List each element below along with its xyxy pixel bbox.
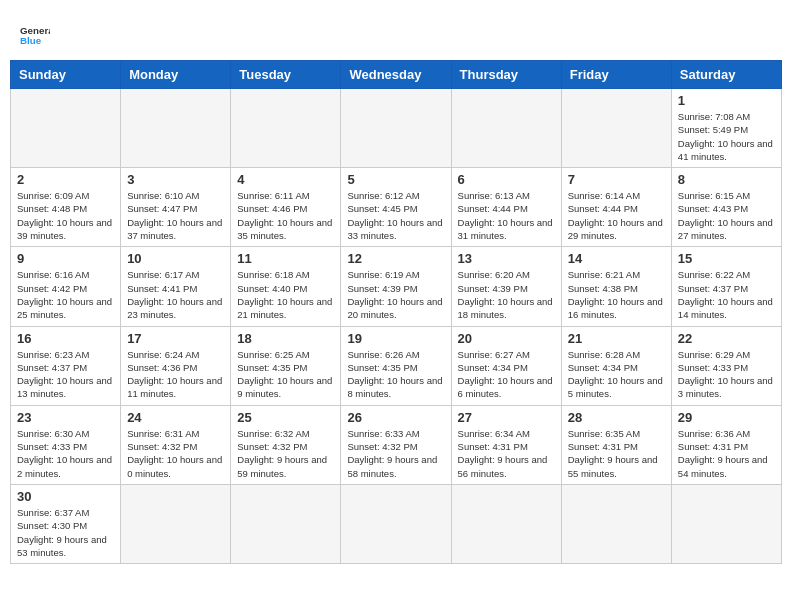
weekday-header-tuesday: Tuesday xyxy=(231,61,341,89)
svg-text:Blue: Blue xyxy=(20,35,42,46)
calendar-cell: 20Sunrise: 6:27 AMSunset: 4:34 PMDayligh… xyxy=(451,326,561,405)
day-info: Sunrise: 6:14 AMSunset: 4:44 PMDaylight:… xyxy=(568,189,665,242)
day-info: Sunrise: 6:21 AMSunset: 4:38 PMDaylight:… xyxy=(568,268,665,321)
day-number: 19 xyxy=(347,331,444,346)
calendar-cell: 5Sunrise: 6:12 AMSunset: 4:45 PMDaylight… xyxy=(341,168,451,247)
calendar-cell: 17Sunrise: 6:24 AMSunset: 4:36 PMDayligh… xyxy=(121,326,231,405)
day-number: 16 xyxy=(17,331,114,346)
day-number: 5 xyxy=(347,172,444,187)
weekday-header-monday: Monday xyxy=(121,61,231,89)
day-number: 10 xyxy=(127,251,224,266)
day-info: Sunrise: 6:27 AMSunset: 4:34 PMDaylight:… xyxy=(458,348,555,401)
day-info: Sunrise: 6:24 AMSunset: 4:36 PMDaylight:… xyxy=(127,348,224,401)
day-info: Sunrise: 6:20 AMSunset: 4:39 PMDaylight:… xyxy=(458,268,555,321)
week-row-3: 9Sunrise: 6:16 AMSunset: 4:42 PMDaylight… xyxy=(11,247,782,326)
day-number: 2 xyxy=(17,172,114,187)
day-info: Sunrise: 6:15 AMSunset: 4:43 PMDaylight:… xyxy=(678,189,775,242)
calendar-cell: 3Sunrise: 6:10 AMSunset: 4:47 PMDaylight… xyxy=(121,168,231,247)
week-row-5: 23Sunrise: 6:30 AMSunset: 4:33 PMDayligh… xyxy=(11,405,782,484)
calendar-cell: 22Sunrise: 6:29 AMSunset: 4:33 PMDayligh… xyxy=(671,326,781,405)
day-number: 24 xyxy=(127,410,224,425)
calendar-cell: 7Sunrise: 6:14 AMSunset: 4:44 PMDaylight… xyxy=(561,168,671,247)
calendar-cell xyxy=(121,484,231,563)
day-info: Sunrise: 6:28 AMSunset: 4:34 PMDaylight:… xyxy=(568,348,665,401)
calendar-cell xyxy=(231,484,341,563)
day-info: Sunrise: 6:31 AMSunset: 4:32 PMDaylight:… xyxy=(127,427,224,480)
day-info: Sunrise: 6:36 AMSunset: 4:31 PMDaylight:… xyxy=(678,427,775,480)
day-number: 13 xyxy=(458,251,555,266)
day-number: 11 xyxy=(237,251,334,266)
day-number: 4 xyxy=(237,172,334,187)
day-number: 21 xyxy=(568,331,665,346)
calendar: SundayMondayTuesdayWednesdayThursdayFrid… xyxy=(10,60,782,564)
day-info: Sunrise: 6:09 AMSunset: 4:48 PMDaylight:… xyxy=(17,189,114,242)
calendar-cell xyxy=(11,89,121,168)
day-info: Sunrise: 6:25 AMSunset: 4:35 PMDaylight:… xyxy=(237,348,334,401)
weekday-header-thursday: Thursday xyxy=(451,61,561,89)
calendar-cell xyxy=(451,484,561,563)
day-info: Sunrise: 6:30 AMSunset: 4:33 PMDaylight:… xyxy=(17,427,114,480)
weekday-header-row: SundayMondayTuesdayWednesdayThursdayFrid… xyxy=(11,61,782,89)
calendar-cell: 21Sunrise: 6:28 AMSunset: 4:34 PMDayligh… xyxy=(561,326,671,405)
day-number: 8 xyxy=(678,172,775,187)
calendar-cell: 11Sunrise: 6:18 AMSunset: 4:40 PMDayligh… xyxy=(231,247,341,326)
calendar-cell: 26Sunrise: 6:33 AMSunset: 4:32 PMDayligh… xyxy=(341,405,451,484)
day-info: Sunrise: 6:33 AMSunset: 4:32 PMDaylight:… xyxy=(347,427,444,480)
day-info: Sunrise: 6:37 AMSunset: 4:30 PMDaylight:… xyxy=(17,506,114,559)
calendar-cell: 13Sunrise: 6:20 AMSunset: 4:39 PMDayligh… xyxy=(451,247,561,326)
calendar-cell xyxy=(451,89,561,168)
day-info: Sunrise: 6:18 AMSunset: 4:40 PMDaylight:… xyxy=(237,268,334,321)
day-number: 3 xyxy=(127,172,224,187)
generalblue-logo-icon: General Blue xyxy=(20,20,50,50)
day-info: Sunrise: 6:13 AMSunset: 4:44 PMDaylight:… xyxy=(458,189,555,242)
calendar-cell: 19Sunrise: 6:26 AMSunset: 4:35 PMDayligh… xyxy=(341,326,451,405)
day-number: 9 xyxy=(17,251,114,266)
calendar-cell: 27Sunrise: 6:34 AMSunset: 4:31 PMDayligh… xyxy=(451,405,561,484)
day-info: Sunrise: 6:32 AMSunset: 4:32 PMDaylight:… xyxy=(237,427,334,480)
svg-text:General: General xyxy=(20,25,50,36)
day-info: Sunrise: 6:10 AMSunset: 4:47 PMDaylight:… xyxy=(127,189,224,242)
day-number: 1 xyxy=(678,93,775,108)
calendar-cell: 16Sunrise: 6:23 AMSunset: 4:37 PMDayligh… xyxy=(11,326,121,405)
calendar-cell xyxy=(561,484,671,563)
day-number: 22 xyxy=(678,331,775,346)
calendar-cell xyxy=(671,484,781,563)
day-info: Sunrise: 6:34 AMSunset: 4:31 PMDaylight:… xyxy=(458,427,555,480)
day-number: 25 xyxy=(237,410,334,425)
day-number: 14 xyxy=(568,251,665,266)
day-number: 29 xyxy=(678,410,775,425)
logo: General Blue xyxy=(20,20,60,50)
day-number: 15 xyxy=(678,251,775,266)
day-info: Sunrise: 6:19 AMSunset: 4:39 PMDaylight:… xyxy=(347,268,444,321)
weekday-header-wednesday: Wednesday xyxy=(341,61,451,89)
day-number: 23 xyxy=(17,410,114,425)
calendar-cell: 25Sunrise: 6:32 AMSunset: 4:32 PMDayligh… xyxy=(231,405,341,484)
calendar-cell: 9Sunrise: 6:16 AMSunset: 4:42 PMDaylight… xyxy=(11,247,121,326)
calendar-cell xyxy=(561,89,671,168)
calendar-cell: 28Sunrise: 6:35 AMSunset: 4:31 PMDayligh… xyxy=(561,405,671,484)
day-info: Sunrise: 6:29 AMSunset: 4:33 PMDaylight:… xyxy=(678,348,775,401)
calendar-cell: 15Sunrise: 6:22 AMSunset: 4:37 PMDayligh… xyxy=(671,247,781,326)
weekday-header-sunday: Sunday xyxy=(11,61,121,89)
day-info: Sunrise: 6:11 AMSunset: 4:46 PMDaylight:… xyxy=(237,189,334,242)
calendar-cell xyxy=(231,89,341,168)
day-number: 17 xyxy=(127,331,224,346)
week-row-2: 2Sunrise: 6:09 AMSunset: 4:48 PMDaylight… xyxy=(11,168,782,247)
calendar-cell: 30Sunrise: 6:37 AMSunset: 4:30 PMDayligh… xyxy=(11,484,121,563)
day-info: Sunrise: 6:16 AMSunset: 4:42 PMDaylight:… xyxy=(17,268,114,321)
calendar-cell: 8Sunrise: 6:15 AMSunset: 4:43 PMDaylight… xyxy=(671,168,781,247)
day-number: 20 xyxy=(458,331,555,346)
day-info: Sunrise: 6:17 AMSunset: 4:41 PMDaylight:… xyxy=(127,268,224,321)
day-info: Sunrise: 6:26 AMSunset: 4:35 PMDaylight:… xyxy=(347,348,444,401)
calendar-cell: 24Sunrise: 6:31 AMSunset: 4:32 PMDayligh… xyxy=(121,405,231,484)
header: General Blue xyxy=(10,10,782,55)
week-row-1: 1Sunrise: 7:08 AMSunset: 5:49 PMDaylight… xyxy=(11,89,782,168)
day-number: 12 xyxy=(347,251,444,266)
day-info: Sunrise: 6:22 AMSunset: 4:37 PMDaylight:… xyxy=(678,268,775,321)
day-number: 28 xyxy=(568,410,665,425)
weekday-header-friday: Friday xyxy=(561,61,671,89)
calendar-cell: 1Sunrise: 7:08 AMSunset: 5:49 PMDaylight… xyxy=(671,89,781,168)
day-number: 7 xyxy=(568,172,665,187)
calendar-cell: 14Sunrise: 6:21 AMSunset: 4:38 PMDayligh… xyxy=(561,247,671,326)
day-number: 18 xyxy=(237,331,334,346)
